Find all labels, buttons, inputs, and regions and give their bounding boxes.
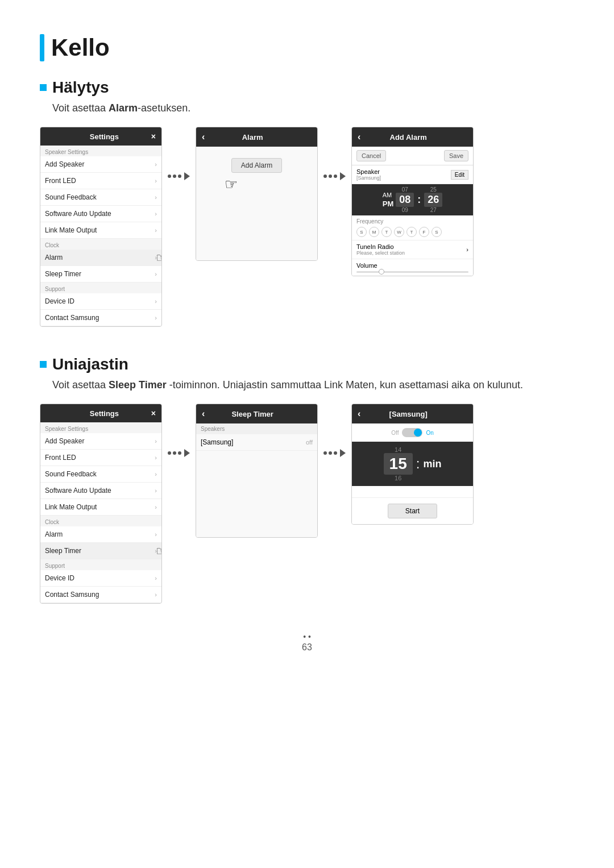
- halytys-screens-row: Settings × Speaker Settings Add Speaker …: [40, 127, 574, 327]
- samsung-row[interactable]: [Samsung] off: [196, 434, 317, 451]
- chevron-icon: ›: [155, 438, 157, 445]
- add-speaker-item[interactable]: Add Speaker ›: [40, 433, 161, 450]
- day-f[interactable]: F: [419, 227, 429, 237]
- blue-square-icon: [40, 84, 47, 91]
- day-t2[interactable]: T: [406, 227, 417, 237]
- link-mate-output-item[interactable]: Link Mate Output ›: [40, 222, 161, 239]
- clock-label: Clock: [40, 239, 161, 250]
- sleep-timer-body: Speakers [Samsung] off: [196, 423, 317, 537]
- volume-row: Volume: [352, 259, 473, 276]
- uniajastin-desc: Voit asettaa Sleep Timer -toiminnon. Uni…: [52, 379, 574, 391]
- cursor-hand-icon: ☞: [156, 251, 162, 265]
- sleep-timer-item[interactable]: Sleep Timer ›: [40, 266, 161, 283]
- support-label: Support: [40, 559, 161, 570]
- start-button[interactable]: Start: [388, 504, 437, 518]
- edit-button[interactable]: Edit: [451, 170, 468, 180]
- add-alarm-screen: ‹ Add Alarm Cancel Save Speaker [Samsung…: [351, 127, 474, 276]
- samsung-timer-screen: ‹ [Samsung] Off On 14 15: [351, 404, 474, 525]
- alarm-header: ‹ Alarm: [196, 127, 317, 147]
- colon-icon: :: [417, 194, 421, 206]
- start-btn-row: Start: [352, 497, 473, 524]
- tunein-row[interactable]: TuneIn Radio Please, select station ›: [352, 240, 473, 259]
- add-alarm-top-bar: Cancel Save: [352, 147, 473, 165]
- min-picker: 14 15 16 : min: [352, 442, 473, 486]
- sound-feedback-item[interactable]: Sound Feedback ›: [40, 189, 161, 206]
- sleep-timer-item[interactable]: Sleep Timer › ☞: [40, 543, 161, 559]
- front-led-item[interactable]: Front LED ›: [40, 173, 161, 189]
- colon-icon: :: [416, 456, 420, 472]
- chevron-icon: ›: [155, 314, 157, 321]
- day-w[interactable]: W: [394, 227, 404, 237]
- speaker-settings-label: Speaker Settings: [40, 146, 161, 156]
- day-t1[interactable]: T: [381, 227, 392, 237]
- samsung-detail-body: Off On 14 15 16 : min: [352, 423, 473, 524]
- add-speaker-item[interactable]: Add Speaker ›: [40, 156, 161, 173]
- chevron-icon: ›: [155, 575, 157, 582]
- chevron-icon: ›: [155, 454, 157, 461]
- day-m[interactable]: M: [369, 227, 379, 237]
- chevron-icon: ›: [155, 194, 157, 201]
- alarm-screen: ‹ Alarm Add Alarm ☞: [196, 127, 318, 261]
- contact-samsung-item[interactable]: Contact Samsung ›: [40, 587, 161, 603]
- software-auto-update-item[interactable]: Software Auto Update ›: [40, 483, 161, 499]
- chevron-icon: ›: [155, 487, 157, 494]
- sound-feedback-item[interactable]: Sound Feedback ›: [40, 466, 161, 483]
- alarm-item[interactable]: Alarm › ☞: [40, 250, 161, 266]
- add-alarm-button[interactable]: Add Alarm: [231, 158, 282, 173]
- volume-knob[interactable]: [379, 269, 384, 275]
- device-id-item[interactable]: Device ID ›: [40, 293, 161, 310]
- minute-col[interactable]: 25 26 27: [424, 186, 442, 213]
- sleep-timer-screen: ‹ Sleep Timer Speakers [Samsung] off: [196, 404, 318, 538]
- add-alarm-header: ‹ Add Alarm: [352, 127, 473, 147]
- day-s1[interactable]: S: [356, 227, 367, 237]
- blue-square-icon: [40, 361, 47, 368]
- tap-hand-icon: ☞: [225, 176, 238, 193]
- speaker-row: Speaker [Samsung] Edit: [352, 165, 473, 184]
- chevron-icon: ›: [155, 210, 157, 217]
- speakers-label: Speakers: [196, 423, 317, 434]
- software-auto-update-item[interactable]: Software Auto Update ›: [40, 206, 161, 222]
- device-id-item[interactable]: Device ID ›: [40, 570, 161, 587]
- support-label: Support: [40, 283, 161, 293]
- toggle-thumb: [414, 429, 422, 437]
- settings-header: Settings ×: [40, 404, 161, 422]
- cancel-button[interactable]: Cancel: [356, 150, 386, 161]
- hour-col[interactable]: 07 08 09: [396, 186, 414, 213]
- chevron-icon: ›: [155, 591, 157, 598]
- halytys-title: Hälytys: [40, 78, 574, 97]
- front-led-item[interactable]: Front LED ›: [40, 450, 161, 466]
- save-button[interactable]: Save: [444, 150, 468, 161]
- chevron-icon: ›: [155, 271, 157, 277]
- close-icon[interactable]: ×: [151, 409, 156, 418]
- chevron-icon: ›: [155, 161, 157, 168]
- page-number: • • 63: [40, 632, 574, 653]
- chevron-icon: ›: [155, 471, 157, 477]
- uniajastin-section: Uniajastin Voit asettaa Sleep Timer -toi…: [40, 355, 574, 604]
- alarm-item[interactable]: Alarm ›: [40, 526, 161, 543]
- time-picker: AM PM 07 08 09 : 25 26 27: [352, 184, 473, 215]
- clock-label: Clock: [40, 516, 161, 526]
- chevron-icon: ›: [155, 227, 157, 234]
- link-mate-output-item[interactable]: Link Mate Output ›: [40, 499, 161, 516]
- volume-bar[interactable]: [356, 271, 468, 273]
- toggle-row: Off On: [352, 423, 473, 442]
- add-alarm-body: Cancel Save Speaker [Samsung] Edit AM PM: [352, 147, 473, 276]
- samsung-header: ‹ [Samsung]: [352, 404, 473, 423]
- uniajastin-title: Uniajastin: [40, 355, 574, 373]
- chevron-icon: ›: [155, 177, 157, 184]
- day-s2[interactable]: S: [432, 227, 442, 237]
- speaker-settings-label: Speaker Settings: [40, 422, 161, 433]
- chevron-icon: ›: [155, 298, 157, 305]
- page-title: Kello: [40, 34, 574, 61]
- page-dots: • •: [40, 632, 574, 641]
- minute-col[interactable]: 14 15 16: [384, 446, 413, 481]
- arrow4: [318, 449, 351, 457]
- toggle-track[interactable]: [402, 428, 422, 437]
- close-icon[interactable]: ×: [151, 132, 156, 141]
- arrow3: [162, 449, 196, 457]
- halytys-settings-screen: Settings × Speaker Settings Add Speaker …: [40, 127, 162, 327]
- arrow1: [162, 172, 196, 180]
- frequency-days: S M T W T F S: [356, 227, 468, 237]
- contact-samsung-item[interactable]: Contact Samsung ›: [40, 310, 161, 326]
- halytys-desc: Voit asettaa Alarm-asetuksen.: [52, 102, 574, 114]
